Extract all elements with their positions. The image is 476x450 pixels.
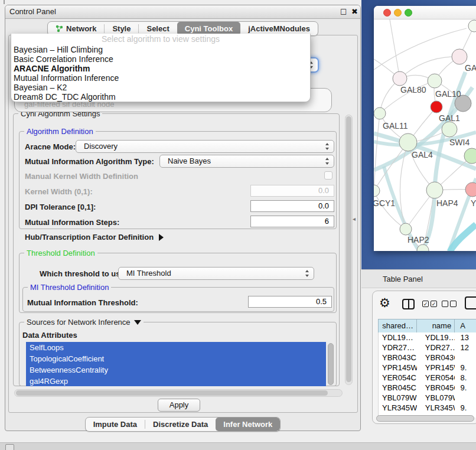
node-gal1[interactable] <box>442 122 457 137</box>
network-window-titlebar[interactable] <box>374 6 476 19</box>
table-cell: 13 <box>455 332 476 343</box>
table-cell: YPR145W <box>379 363 417 373</box>
dpi-tolerance-field[interactable]: 0.0 <box>250 200 334 212</box>
traffic-light-zoom-icon[interactable] <box>405 9 412 17</box>
algorithm-option-aracne-algorithm[interactable]: ARACNE Algorithm <box>11 64 310 73</box>
splitter-collapse-icon[interactable]: ◂ <box>353 216 356 222</box>
settings-horizontal-scrollbar[interactable] <box>14 389 343 397</box>
network-canvas[interactable]: GALGAL80GAL10GAL1GAL11GAL4SWI4GCY1HAP4YH… <box>374 19 476 251</box>
float-window-icon[interactable]: □ <box>340 7 347 15</box>
format-columns-icon[interactable] <box>402 299 415 309</box>
node-swi4-label: SWI4 <box>449 138 470 147</box>
node-gal11-label: GAL11 <box>383 121 408 131</box>
node-red[interactable] <box>431 101 442 113</box>
algorithm-option-mutual-information-inference[interactable]: Mutual Information Inference <box>11 73 310 83</box>
checkbox-glyph: ✓ <box>431 301 437 307</box>
stepper-icon <box>305 270 309 277</box>
table-cell: YDL19… <box>379 332 417 343</box>
table-cell: YER054C <box>417 373 455 383</box>
table-cell: YDL19… <box>417 332 455 343</box>
node-table-header[interactable]: shared…nameA <box>378 319 476 333</box>
table-row-4[interactable]: YPR145WYPR145W9. <box>379 363 476 373</box>
table-cell: YBR045C <box>379 383 417 393</box>
node-gal4[interactable] <box>399 133 417 151</box>
table-row-5[interactable]: YER054CYER054C8. <box>379 373 476 383</box>
bottom-tab-infer-network[interactable]: Infer Network <box>216 418 280 431</box>
mi-steps-label: Mutual Information Steps: <box>25 218 119 227</box>
algorithm-option-bayesian-k2[interactable]: Bayesian – K2 <box>11 83 310 92</box>
mi-steps-field[interactable]: 6 <box>250 216 334 227</box>
minimized-panel-icon[interactable] <box>5 444 14 450</box>
control-panel-titlebar[interactable] <box>5 5 360 19</box>
node-gal80-label: GAL80 <box>400 85 426 94</box>
table-icon[interactable] <box>465 296 476 309</box>
apply-button[interactable]: Apply <box>158 399 200 412</box>
manual-kernel-width-checkbox <box>324 171 332 180</box>
algorithm-option-basic-correlation-inference[interactable]: Basic Correlation Inference <box>11 54 310 64</box>
node-gcy1[interactable] <box>374 185 380 197</box>
mi-threshold-label: Mutual Information Threshold: <box>27 298 138 307</box>
attribute-item-topologicalcoefficient[interactable]: TopologicalCoefficient <box>26 353 326 364</box>
traffic-light-minimize-icon[interactable] <box>394 9 402 17</box>
table-row-1[interactable]: YDL19…YDL19…13 <box>379 332 476 343</box>
node-y-right[interactable] <box>465 182 476 197</box>
table-panel-header: Table Panel <box>361 269 476 288</box>
which-threshold-combo[interactable]: MI Threshold <box>118 267 314 280</box>
column-header-2[interactable]: name <box>417 319 455 332</box>
table-row-7[interactable]: YBL079WYBL079W <box>379 393 476 403</box>
table-cell <box>455 393 476 403</box>
table-horizontal-scrollbar[interactable] <box>376 415 474 422</box>
table-cell: 9. <box>455 383 476 393</box>
traffic-light-close-icon[interactable] <box>383 9 391 17</box>
settings-vertical-scrollbar[interactable] <box>345 115 353 385</box>
node-gal80[interactable] <box>393 71 407 86</box>
kernel-width-label: Kernel Width (0,1): <box>25 187 93 196</box>
close-window-icon[interactable]: ✖ <box>351 7 358 16</box>
settings-gear-icon[interactable]: ⚙ <box>379 296 390 310</box>
unselect-all-columns-icon[interactable] <box>442 301 457 307</box>
algorithm-option-dream8-dc-tdc-algorithm[interactable]: Dream8 DC_TDC Algorithm <box>11 92 310 102</box>
table-row-3[interactable]: YBR043CYBR043C <box>379 353 476 363</box>
bottom-tab-impute-data[interactable]: Impute Data <box>86 418 145 431</box>
node-hap4[interactable] <box>426 182 443 198</box>
node-hap2[interactable] <box>400 223 412 235</box>
group-title: MI Threshold Definition <box>28 283 111 292</box>
network-edge <box>390 19 400 79</box>
attribute-item-gal4rgexp[interactable]: gal4RGexp <box>26 376 326 386</box>
node-gal11[interactable] <box>374 107 386 119</box>
table-cell: YBR045C <box>417 383 455 393</box>
dpi-tolerance-label: DPI Tolerance [0,1]: <box>25 203 96 211</box>
window-edge-tick <box>4 0 5 4</box>
stepper-icon <box>325 158 330 165</box>
aracne-mode-label: Aracne Mode: <box>25 142 76 151</box>
attributes-list-scrollbar[interactable] <box>328 343 334 385</box>
select-all-columns-icon[interactable]: ✓✓ <box>422 301 437 307</box>
node-top-right[interactable] <box>468 20 476 32</box>
table-row-2[interactable]: YDR27…YDR27…12 <box>379 343 476 353</box>
attribute-item-selfloops[interactable]: SelfLoops <box>26 342 326 353</box>
table-row-6[interactable]: YBR045CYBR045C9. <box>379 383 476 393</box>
table-row-8[interactable]: YLR345WYLR345W9. <box>379 403 476 413</box>
node-gal-right[interactable] <box>452 49 467 64</box>
aracne-mode-combo[interactable]: Discovery <box>76 140 334 153</box>
attribute-item-betweennesscentrality[interactable]: BetweennessCentrality <box>26 364 326 376</box>
checkbox-glyph <box>450 301 457 307</box>
hub-definition-expander[interactable]: Hub/Transcription Factor Definition <box>25 233 164 242</box>
node-y-right-label: Y <box>471 198 476 208</box>
node-gal-right-label: GAL <box>465 63 476 73</box>
node-gal10[interactable] <box>428 74 442 88</box>
algorithm-option-bayesian-hill-climbing[interactable]: Bayesian – Hill Climbing <box>11 45 310 54</box>
column-header-3[interactable]: A <box>455 319 476 332</box>
table-cell: YBL079W <box>379 393 417 403</box>
node-gcy1-label: GCY1 <box>374 198 395 208</box>
column-header-1[interactable]: shared… <box>379 319 417 332</box>
mi-algorithm-type-label: Mutual Information Algorithm Type: <box>25 157 154 166</box>
mi-threshold-field[interactable]: 0.5 <box>248 296 332 308</box>
table-cell: YDR27… <box>417 343 455 353</box>
group-title: Algorithm Definition <box>24 127 96 136</box>
mi-algorithm-type-combo[interactable]: Naive Bayes <box>159 155 334 168</box>
network-edge <box>400 57 459 79</box>
bottom-tab-discretize-data[interactable]: Discretize Data <box>145 418 216 431</box>
algorithm-select-placeholder: Select algorithm to view settings <box>11 34 310 45</box>
data-attributes-list[interactable]: SelfLoopsTopologicalCoefficientBetweenne… <box>26 342 326 386</box>
